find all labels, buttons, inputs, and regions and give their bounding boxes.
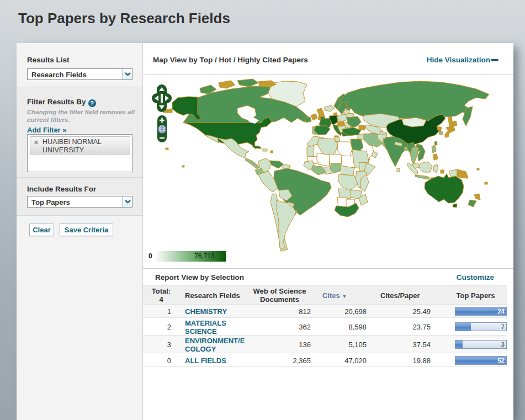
- svg-text:0: 0: [149, 252, 152, 260]
- svg-text:76,713: 76,713: [194, 252, 215, 260]
